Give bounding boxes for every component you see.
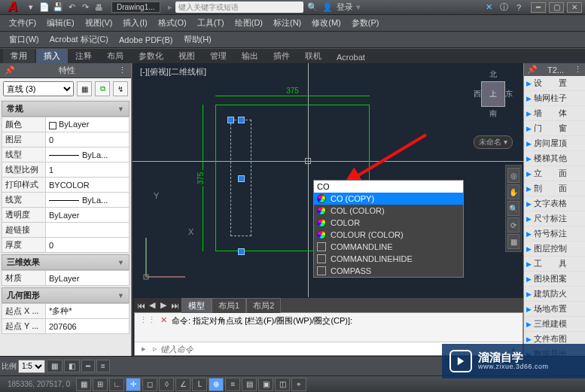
scale-select[interactable]: 1:5 (18, 360, 45, 373)
layout-tab[interactable]: 模型 (181, 298, 212, 313)
tool-palette-item[interactable]: ▶楼梯其他 (524, 151, 585, 166)
ribbon-tab[interactable]: 插件 (266, 49, 297, 63)
menu-item[interactable]: 参数(P) (347, 17, 384, 29)
3dosnap-toggle[interactable]: ◊ (159, 378, 174, 391)
tool-palette-item[interactable]: ▶图层控制 (524, 242, 585, 257)
orbit-icon[interactable]: ⟳ (507, 217, 519, 232)
prop-value[interactable]: BYCOLOR (46, 178, 129, 193)
tool-palette-item[interactable]: ▶墙 体 (524, 106, 585, 121)
autocomplete-item[interactable]: COMMANDLINE (314, 241, 463, 253)
qp-color-icon[interactable]: ◧ (64, 360, 80, 372)
close-icon[interactable]: ✕ (160, 315, 167, 325)
selection-type-select[interactable]: 直线 (3) (3, 81, 74, 96)
menu-item[interactable]: 编辑(E) (42, 17, 79, 29)
menu-item[interactable]: 窗口(W) (5, 33, 44, 46)
tpy-toggle[interactable]: ▤ (242, 378, 257, 391)
autocomplete-item[interactable]: COLOR (314, 217, 463, 229)
ribbon-tab[interactable]: 输出 (234, 49, 266, 63)
tool-palette-item[interactable]: ▶尺寸标注 (524, 211, 585, 226)
ribbon-tab[interactable]: 插入 (36, 49, 68, 63)
snap-toggle[interactable]: ▦ (76, 378, 91, 391)
tool-palette-item[interactable]: ▶门 窗 (524, 121, 585, 136)
menu-item[interactable]: 插入(I) (118, 17, 151, 29)
viewcube[interactable]: 北 西 上 东 南 未命名 ▾ (474, 69, 513, 149)
ortho-toggle[interactable]: ∟ (109, 378, 124, 391)
autocomplete-item[interactable]: CO (COPY) (314, 193, 463, 205)
prop-value[interactable]: ByLayer (46, 271, 129, 286)
qat-undo-icon[interactable]: ↶ (66, 2, 77, 13)
tab-last-icon[interactable]: ⏭ (169, 301, 180, 310)
pan-icon[interactable]: ✋ (507, 184, 519, 199)
tool-palette-item[interactable]: ▶房间屋顶 (524, 136, 585, 151)
menu-item[interactable]: 视图(V) (81, 17, 117, 29)
prop-value[interactable]: ByLa... (46, 147, 129, 163)
tool-palette-item[interactable]: ▶设 置 (524, 76, 585, 91)
tool-palette-item[interactable]: ▶符号标注 (524, 226, 585, 242)
qat-new-icon[interactable]: ▾ (26, 2, 36, 13)
otrack-toggle[interactable]: ∠ (175, 378, 190, 391)
maximize-button[interactable]: ▢ (549, 2, 564, 13)
layout-tab[interactable]: 布局2 (246, 298, 281, 313)
prop-value[interactable]: ByLayer (46, 117, 129, 132)
grid-toggle[interactable]: ⊞ (93, 378, 108, 391)
tool-palette-header[interactable]: 📌 T2... ⋮ (524, 63, 585, 76)
prop-value[interactable]: ByLa... (46, 193, 129, 208)
zoom-extents-icon[interactable]: 🔍 (507, 201, 519, 216)
tab-first-icon[interactable]: ⏮ (136, 301, 146, 310)
select-objects-icon[interactable]: ⧉ (95, 81, 110, 96)
tool-palette-item[interactable]: ▶轴网柱子 (524, 91, 585, 106)
close-icon[interactable]: ⋮ (118, 65, 126, 75)
ribbon-tab[interactable]: 注释 (68, 49, 99, 63)
document-tab[interactable]: Drawing1... (111, 2, 160, 13)
menu-item[interactable]: 格式(O) (154, 17, 191, 29)
login-link[interactable]: 登录 (337, 2, 353, 13)
qat-print-icon[interactable]: 🖶 (93, 2, 104, 13)
grip[interactable] (238, 117, 245, 123)
autocomplete-item[interactable]: COL (COLOR) (314, 205, 463, 217)
showmotion-icon[interactable]: ▦ (507, 234, 519, 249)
autocomplete-item[interactable]: COLOUR (COLOR) (314, 229, 463, 241)
ribbon-tab[interactable]: Acrobat (329, 51, 373, 63)
viewport-label[interactable]: [-][俯视][二维线框] (140, 66, 206, 77)
search-button-icon[interactable]: 🔍 (306, 2, 318, 14)
polar-toggle[interactable]: ✛ (126, 378, 141, 391)
minimize-button[interactable]: ━ (531, 2, 546, 13)
user-icon[interactable]: 👤 (321, 2, 334, 14)
properties-header[interactable]: 📌 特性 ⋮ (0, 63, 131, 78)
prop-value[interactable]: *多种* (46, 304, 129, 319)
tool-palette-item[interactable]: ▶三维建模 (524, 317, 585, 332)
tab-prev-icon[interactable]: ◀ (147, 300, 157, 310)
close-icon[interactable]: ⋮ (574, 65, 582, 74)
tool-palette-item[interactable]: ▶剖 面 (524, 181, 585, 196)
prop-value[interactable]: 1 (46, 163, 129, 178)
pin-icon[interactable]: 📌 (5, 65, 15, 75)
grip[interactable] (227, 117, 234, 123)
prop-value[interactable]: 207606 (46, 319, 129, 334)
osnap-toggle[interactable]: ◻ (142, 378, 157, 391)
close-button[interactable]: ✕ (567, 2, 582, 13)
qat-save-icon[interactable]: 💾 (53, 2, 63, 13)
help-icon[interactable]: ? (513, 2, 525, 14)
qp-layer-icon[interactable]: ▦ (47, 360, 62, 372)
tool-palette-item[interactable]: ▶立 面 (524, 166, 585, 181)
ribbon-tab[interactable]: 视图 (171, 49, 203, 63)
menu-item[interactable]: 工具(T) (193, 17, 229, 29)
tab-next-icon[interactable]: ▶ (158, 300, 169, 310)
menu-item[interactable]: 帮助(H) (179, 33, 216, 46)
coordinates-readout[interactable]: 185336, 207517, 0 (8, 380, 70, 388)
ucs-unnamed-pill[interactable]: 未命名 ▾ (474, 135, 513, 149)
exchange-icon[interactable]: ✕ (483, 2, 495, 14)
qp-toggle[interactable]: ▣ (258, 378, 273, 391)
autocomplete-item[interactable]: COMMANDLINEHIDE (314, 253, 463, 265)
tool-palette-item[interactable]: ▶工 具 (524, 257, 585, 272)
category-general[interactable]: 常规▼ (2, 101, 129, 117)
app-logo[interactable]: A (3, 0, 23, 15)
ribbon-tab[interactable]: 联机 (297, 49, 329, 63)
ribbon-tab[interactable]: 参数化 (131, 49, 171, 63)
grip[interactable] (238, 248, 245, 255)
grip[interactable] (238, 175, 245, 182)
menu-item[interactable]: 修改(M) (307, 17, 346, 29)
dyn-toggle[interactable]: ⊕ (209, 378, 224, 391)
prop-value[interactable]: 0 (46, 132, 129, 147)
qp-lweight-icon[interactable]: ≡ (96, 360, 110, 372)
